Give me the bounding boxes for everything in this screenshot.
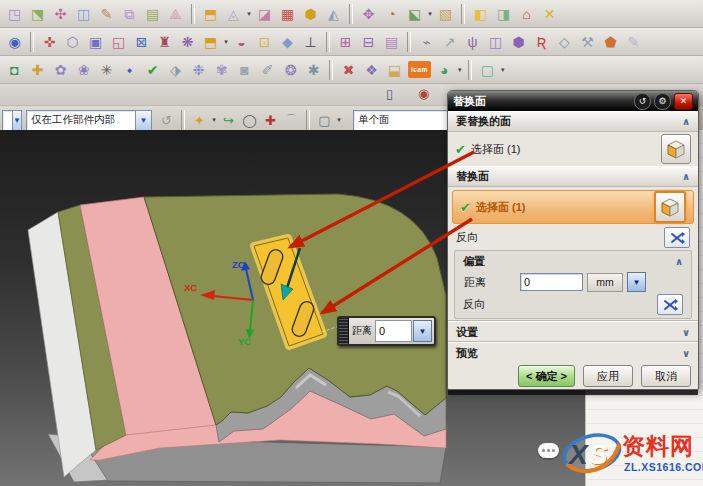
- toolbar-icon[interactable]: ⊡: [254, 31, 275, 52]
- toolbar-icon[interactable]: ⬕: [404, 3, 425, 24]
- toolbar-icon[interactable]: ✜: [39, 31, 60, 52]
- gear-icon[interactable]: ⚙: [654, 93, 671, 110]
- toolbar-icon[interactable]: ◳: [4, 3, 25, 24]
- selection-scope-combo[interactable]: 仅在工作部件内部 ▼: [26, 110, 152, 131]
- toolbar-icon[interactable]: ▧: [435, 3, 456, 24]
- chevron-down-icon[interactable]: ▼: [627, 272, 646, 292]
- toolbar-icon[interactable]: ◇: [554, 31, 575, 52]
- toolbar-icon[interactable]: ◭: [323, 3, 344, 24]
- toolbar-icon[interactable]: ◙: [234, 59, 255, 80]
- toolbar-icon[interactable]: ⬒: [200, 31, 221, 52]
- toolbar-icon[interactable]: ▦: [277, 3, 298, 24]
- toolbar-icon[interactable]: ⬢: [300, 3, 321, 24]
- toolbar-icon[interactable]: ✦: [190, 111, 209, 130]
- toolbar-icon[interactable]: ✿: [50, 59, 71, 80]
- toolbar-icon[interactable]: ✚: [261, 111, 280, 130]
- drag-handle[interactable]: [339, 318, 349, 344]
- toolbar-icon[interactable]: ▤: [381, 31, 402, 52]
- toolbar-icon[interactable]: ▤: [142, 3, 163, 24]
- toolbar-icon[interactable]: ◔: [381, 3, 402, 24]
- toolbar-icon[interactable]: ⬡: [62, 31, 83, 52]
- face-select-button-2[interactable]: [654, 191, 686, 223]
- toolbar-icon[interactable]: ✐: [257, 59, 278, 80]
- toolbar-icon[interactable]: ⊠: [131, 31, 152, 52]
- replacement-face-header[interactable]: 替换面 ∧: [448, 166, 698, 187]
- toolbar-icon[interactable]: ◪: [254, 3, 275, 24]
- select-face-row-2-active[interactable]: ✔ 选择面 (1): [452, 190, 694, 224]
- toolbar-icon[interactable]: ⬒: [200, 3, 221, 24]
- toolbar-icon[interactable]: ψ: [462, 31, 483, 52]
- reverse-direction-button-1[interactable]: [664, 227, 690, 248]
- apply-button[interactable]: 应用: [583, 365, 633, 387]
- chevron-down-icon[interactable]: ▾: [222, 38, 230, 46]
- ok-button[interactable]: < 确定 >: [518, 365, 575, 387]
- face-select-button-1[interactable]: [661, 134, 691, 164]
- faces-to-replace-header[interactable]: 要替换的面 ∧: [448, 111, 698, 132]
- toolbar-icon[interactable]: ▣: [85, 31, 106, 52]
- toolbar-icon[interactable]: ▯: [386, 86, 393, 101]
- toolbar-icon[interactable]: ◫: [73, 3, 94, 24]
- chevron-down-icon[interactable]: ▾: [245, 10, 253, 18]
- toolbar-icon[interactable]: ✣: [50, 3, 71, 24]
- toolbar-icon[interactable]: ❉: [188, 59, 209, 80]
- toolbar-icon[interactable]: ◘: [4, 59, 25, 80]
- toolbar-icon[interactable]: ♜: [154, 31, 175, 52]
- toolbar-icon[interactable]: ⬟: [600, 31, 621, 52]
- toolbar-icon[interactable]: ⊞: [335, 31, 356, 52]
- toolbar-icon[interactable]: Ʀ: [531, 31, 552, 52]
- toolbar-icon[interactable]: ↪: [219, 111, 238, 130]
- toolbar-icon[interactable]: ✖: [338, 59, 359, 80]
- toolbar-icon[interactable]: ⌁: [416, 31, 437, 52]
- distance-floating-box[interactable]: 距离 0 ▼: [337, 316, 436, 346]
- toolbar-icon[interactable]: ↗: [439, 31, 460, 52]
- chevron-down-icon[interactable]: ▾: [456, 66, 464, 74]
- cancel-button[interactable]: 取消: [641, 365, 691, 387]
- chevron-down-icon[interactable]: ▾: [499, 66, 507, 74]
- select-face-row-1[interactable]: ✔ 选择面 (1): [448, 132, 698, 166]
- toolbar-icon[interactable]: ◫: [485, 31, 506, 52]
- toolbar-icon[interactable]: ✾: [211, 59, 232, 80]
- toolbar-icon[interactable]: ◨: [493, 3, 514, 24]
- toolbar-icon[interactable]: ⌂: [516, 3, 537, 24]
- toolbar-icon[interactable]: ⬩: [119, 59, 140, 80]
- toolbar-icon[interactable]: ❋: [177, 31, 198, 52]
- reverse-direction-button-2[interactable]: [657, 294, 683, 315]
- toolbar-icon[interactable]: ✎: [96, 3, 117, 24]
- toolbar-icon[interactable]: ◆: [277, 31, 298, 52]
- distance-input[interactable]: 0: [520, 273, 583, 291]
- toolbar-icon[interactable]: ✱: [303, 59, 324, 80]
- toolbar-icon[interactable]: ✕: [539, 3, 560, 24]
- unit-dropdown[interactable]: mm: [587, 273, 623, 292]
- toolbar-icon[interactable]: ⊟: [358, 31, 379, 52]
- toolbar-icon[interactable]: ⬓: [384, 59, 405, 80]
- toolbar-icon-icam[interactable]: icam: [408, 61, 431, 78]
- toolbar-icon[interactable]: ⧉: [119, 3, 140, 24]
- toolbar-icon[interactable]: ⚒: [577, 31, 598, 52]
- distance-inline-input[interactable]: 0: [375, 320, 412, 342]
- toolbar-icon[interactable]: ❀: [73, 59, 94, 80]
- toolbar-icon[interactable]: ◯: [240, 111, 259, 130]
- toolbar-icon[interactable]: ✥: [358, 3, 379, 24]
- chevron-down-icon[interactable]: ▼: [135, 111, 151, 130]
- chevron-down-icon[interactable]: ▾: [335, 116, 343, 124]
- preview-header[interactable]: 预览 ∨: [448, 342, 698, 363]
- toolbar-icon[interactable]: ▢: [315, 111, 334, 130]
- toolbar-icon[interactable]: ◱: [108, 31, 129, 52]
- toolbar-icon[interactable]: ▢: [477, 59, 498, 80]
- toolbar-icon[interactable]: ⬗: [165, 59, 186, 80]
- close-icon[interactable]: ✕: [674, 93, 693, 110]
- toolbar-icon[interactable]: ↺: [157, 111, 176, 130]
- toolbar-icon[interactable]: ⬢: [508, 31, 529, 52]
- reset-icon[interactable]: ↺: [634, 93, 651, 110]
- chevron-down-icon[interactable]: ▼: [413, 320, 432, 342]
- toolbar-icon[interactable]: ✚: [27, 59, 48, 80]
- toolbar-icon[interactable]: ◒: [231, 31, 252, 52]
- toolbar-icon[interactable]: ✎: [623, 31, 644, 52]
- chevron-down-icon[interactable]: ▾: [426, 10, 434, 18]
- hidden-combo-stub[interactable]: ▼: [2, 110, 22, 131]
- toolbar-icon[interactable]: ⬔: [27, 3, 48, 24]
- toolbar-icon[interactable]: ◕: [434, 59, 455, 80]
- toolbar-icon[interactable]: ⊥: [300, 31, 321, 52]
- offset-header[interactable]: 偏置 ∧: [455, 252, 691, 270]
- toolbar-icon[interactable]: ◧: [470, 3, 491, 24]
